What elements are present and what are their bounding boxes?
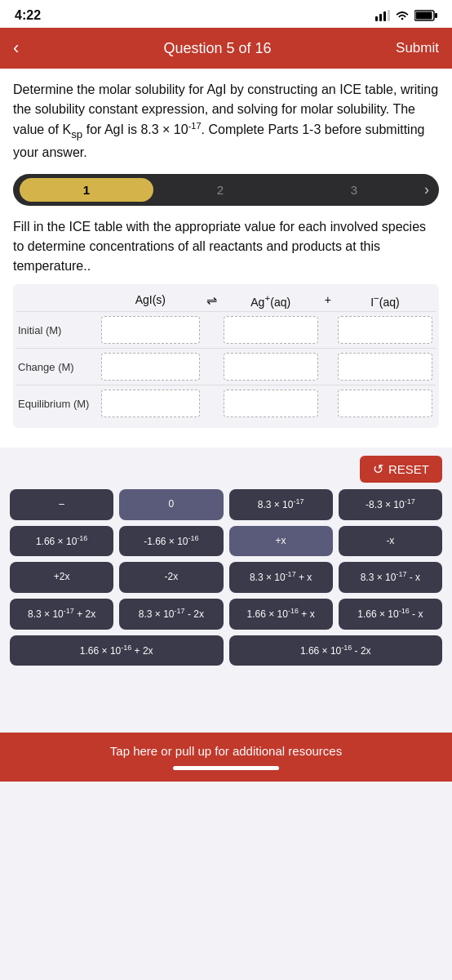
back-button[interactable]: ‹: [13, 38, 39, 59]
main-content: Determine the molar solubility for AgI b…: [0, 69, 452, 448]
cell-plus-change: [321, 349, 335, 385]
wifi-icon: [395, 10, 410, 21]
svg-rect-3: [388, 10, 390, 21]
input-initial-iaq[interactable]: [338, 316, 432, 344]
question-text: Determine the molar solubility for AgI b…: [13, 80, 439, 163]
header-agaq: Ag+(aq): [220, 291, 321, 312]
calc-btn-neg2x[interactable]: -2x: [119, 562, 223, 593]
input-equil-agaq[interactable]: [224, 390, 318, 417]
ice-table-wrapper: AgI(s) ⇌ Ag+(aq) + I−(aq): [13, 284, 439, 429]
cell-plus-initial: [321, 312, 335, 349]
calc-btn-1.66e-16-neg-2x[interactable]: 1.66 × 10-16 - 2x: [229, 635, 443, 666]
header-equil: ⇌: [203, 291, 220, 312]
header-agis: AgI(s): [98, 291, 203, 312]
cell-initial-agis[interactable]: [98, 312, 203, 349]
calc-btn-plus2x[interactable]: +2x: [10, 562, 113, 593]
calc-btn-1.66e-16[interactable]: 1.66 × 10-16: [10, 526, 113, 557]
input-initial-agis[interactable]: [101, 316, 200, 344]
input-change-agis[interactable]: [101, 353, 200, 381]
row-label-initial: Initial (M): [16, 312, 98, 349]
reset-label: RESET: [388, 462, 429, 476]
header: ‹ Question 5 of 16 Submit: [0, 28, 452, 69]
header-label-col: [16, 291, 98, 312]
cell-change-agis[interactable]: [98, 349, 203, 385]
cell-plus-equil: [321, 385, 335, 422]
table-row-change: Change (M): [16, 349, 436, 385]
calc-btn-8.3e-17-neg-x[interactable]: 8.3 × 10-17 - x: [339, 562, 442, 593]
cell-equil-symbol: [203, 312, 220, 349]
svg-rect-2: [383, 11, 386, 21]
calc-btn-8.3e-17-plus-x[interactable]: 8.3 × 10-17 + x: [229, 562, 333, 593]
cell-initial-iaq[interactable]: [335, 312, 436, 349]
input-change-iaq[interactable]: [338, 353, 432, 381]
calc-btn-neg-x[interactable]: -x: [339, 526, 442, 557]
calc-btn-8.3e-17[interactable]: 8.3 × 10-17: [229, 489, 333, 520]
input-equil-agis[interactable]: [101, 390, 200, 417]
status-bar: 4:22: [0, 0, 452, 28]
battery-icon: [414, 10, 437, 21]
ice-table: AgI(s) ⇌ Ag+(aq) + I−(aq): [16, 291, 436, 422]
table-row-initial: Initial (M): [16, 312, 436, 349]
bottom-bar-text: Tap here or pull up for additional resou…: [110, 744, 342, 758]
fill-text: Fill in the ICE table with the appropria…: [13, 217, 439, 276]
svg-rect-6: [435, 13, 437, 18]
home-indicator: [173, 766, 279, 770]
calc-btn-8.3e-17-neg-2x[interactable]: 8.3 × 10-17 - 2x: [119, 599, 223, 630]
table-row-equil: Equilibrium (M): [16, 385, 436, 422]
svg-rect-5: [416, 12, 432, 20]
header-plus: +: [321, 291, 335, 312]
calc-btn-1.66e-16-plus-x[interactable]: 1.66 × 10-16 + x: [229, 599, 333, 630]
time: 4:22: [15, 8, 41, 23]
row-label-change: Change (M): [16, 349, 98, 385]
cell-equil-agis[interactable]: [98, 385, 203, 422]
cell-initial-agaq[interactable]: [220, 312, 321, 349]
cell-equil-equil: [203, 385, 220, 422]
cell-change-agaq[interactable]: [220, 349, 321, 385]
input-initial-agaq[interactable]: [224, 316, 318, 344]
step-3[interactable]: 3: [287, 178, 421, 202]
calculator-area: ↺ RESET – 0 8.3 × 10-17 -8.3 × 10-17 1.6…: [0, 448, 452, 677]
steps-bar: 1 2 3 ›: [13, 174, 439, 206]
calc-grid: – 0 8.3 × 10-17 -8.3 × 10-17 1.66 × 10-1…: [10, 489, 442, 666]
status-icons: [375, 10, 437, 21]
svg-rect-1: [379, 14, 382, 21]
reset-row: ↺ RESET: [10, 456, 442, 483]
cell-equil-agaq[interactable]: [220, 385, 321, 422]
reset-button[interactable]: ↺ RESET: [360, 456, 442, 483]
calc-btn-8.3e-17-plus-2x[interactable]: 8.3 × 10-17 + 2x: [10, 599, 113, 630]
header-title: Question 5 of 16: [39, 40, 396, 57]
calc-btn-neg8.3e-17[interactable]: -8.3 × 10-17: [339, 489, 442, 520]
bottom-bar[interactable]: Tap here or pull up for additional resou…: [0, 733, 452, 782]
calc-btn-1.66e-16-neg-x[interactable]: 1.66 × 10-16 - x: [339, 599, 442, 630]
cell-change-equil: [203, 349, 220, 385]
step-1[interactable]: 1: [20, 178, 153, 202]
reset-icon: ↺: [373, 461, 383, 477]
calc-btn-neg1.66e-16[interactable]: -1.66 × 10-16: [119, 526, 223, 557]
cell-change-iaq[interactable]: [335, 349, 436, 385]
spacer: [0, 677, 452, 684]
next-arrow[interactable]: ›: [421, 181, 432, 198]
cell-equil-iaq[interactable]: [335, 385, 436, 422]
input-change-agaq[interactable]: [224, 353, 318, 381]
empty-space: [0, 684, 452, 733]
signal-icon: [375, 10, 390, 21]
submit-button[interactable]: Submit: [396, 40, 439, 56]
calc-btn-zero[interactable]: 0: [119, 489, 223, 520]
calc-btn-minus[interactable]: –: [10, 489, 113, 520]
input-equil-iaq[interactable]: [338, 390, 432, 417]
row-label-equil: Equilibrium (M): [16, 385, 98, 422]
step-2[interactable]: 2: [153, 178, 287, 202]
calc-btn-plus-x[interactable]: +x: [229, 526, 333, 557]
svg-rect-0: [375, 16, 378, 21]
calc-btn-1.66e-16-plus-2x[interactable]: 1.66 × 10-16 + 2x: [10, 635, 224, 666]
header-iaq: I−(aq): [335, 291, 436, 312]
